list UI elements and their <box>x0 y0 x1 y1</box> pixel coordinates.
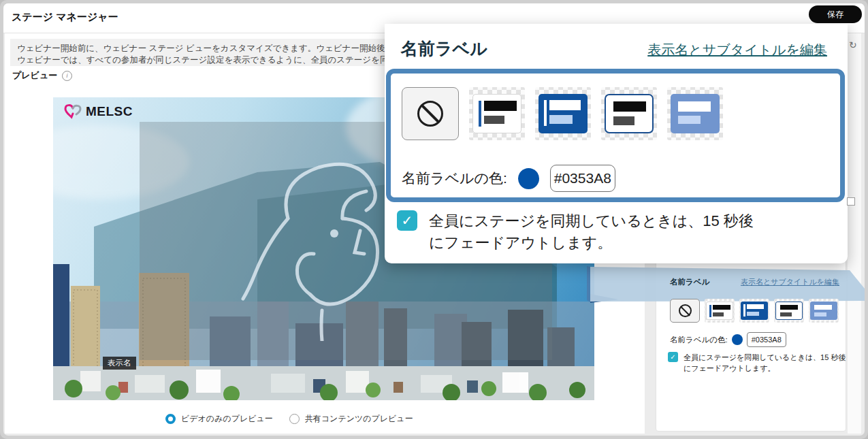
callout-highlight-box: 名前ラベルの色: #0353A8 <box>386 69 845 202</box>
color-swatch[interactable] <box>518 168 539 189</box>
stage-manager-page: ステージ マネージャー 保存 ウェビナー開始前に、ウェビナー ステージ ビューを… <box>3 3 865 436</box>
name-label-header: 名前ラベル 表示名とサブタイトルを編集 <box>670 277 839 287</box>
save-button[interactable]: 保存 <box>809 5 862 23</box>
no-label-icon <box>417 101 443 127</box>
preview-section-label: プレビュー <box>12 69 57 82</box>
label-style-plain-medium[interactable] <box>667 87 723 140</box>
brand-logo: MELSC <box>64 103 133 120</box>
label-style-plain-light[interactable] <box>774 299 804 323</box>
name-label-section: 名前ラベル 表示名とサブタイトルを編集 名前ラベルの色: #0353A8 ✓ 全… <box>656 269 845 432</box>
radio-video-only[interactable] <box>165 414 176 424</box>
fadeout-option-large: ✓ 全員にステージを同期しているときは、15 秒後 にフェードアウトします。 <box>397 210 754 254</box>
label-style-none[interactable] <box>670 299 700 323</box>
label-style-left-bar-dark[interactable] <box>739 299 769 323</box>
info-icon[interactable]: i <box>62 71 72 81</box>
label-style-left-bar-dark[interactable] <box>535 87 591 140</box>
label-color-caption: 名前ラベルの色: <box>670 335 728 345</box>
label-color-caption: 名前ラベルの色: <box>402 169 507 188</box>
label-color-row: 名前ラベルの色: #0353A8 <box>670 332 786 347</box>
fadeout-checkbox[interactable]: ✓ <box>397 210 417 231</box>
preview-mode-radios: ビデオのみのプレビュー 共有コンテンツのプレビュー <box>165 413 413 425</box>
brand-logo-text: MELSC <box>86 104 133 119</box>
annotation-handle <box>847 197 855 206</box>
edit-display-name-link-large[interactable]: 表示名とサブタイトルを編集 <box>647 41 827 59</box>
label-style-left-bar-light[interactable] <box>705 299 735 323</box>
popup-title: 名前ラベル <box>401 37 487 60</box>
no-label-icon <box>679 304 692 317</box>
app-window: ステージ マネージャー 保存 ウェビナー開始前に、ウェビナー ステージ ビューを… <box>0 0 868 439</box>
name-label-title: 名前ラベル <box>670 277 709 287</box>
fadeout-text-line1: 全員にステージを同期しているときは、15 秒後 <box>429 210 754 232</box>
label-style-none[interactable] <box>402 87 459 140</box>
label-style-plain-light[interactable] <box>601 87 657 140</box>
avatar-sketch <box>240 150 404 341</box>
color-hex-input[interactable]: #0353A8 <box>550 165 615 192</box>
name-label-popup: 名前ラベル 表示名とサブタイトルを編集 名前ラベルの色: #0353A8 <box>385 24 848 263</box>
color-swatch[interactable] <box>732 334 743 345</box>
fadeout-option: ✓ 全員にステージを同期しているときは、15 秒後 にフェードアウトします。 <box>668 352 846 374</box>
radio-video-only-label[interactable]: ビデオのみのプレビュー <box>181 413 273 425</box>
radio-shared-content[interactable] <box>289 414 300 424</box>
page-title: ステージ マネージャー <box>12 11 118 24</box>
label-style-plain-medium[interactable] <box>809 299 839 323</box>
color-hex-input[interactable]: #0353A8 <box>747 332 786 347</box>
edit-display-name-link[interactable]: 表示名とサブタイトルを編集 <box>741 277 839 287</box>
fadeout-text-line1: 全員にステージを同期しているときは、15 秒後 <box>684 352 846 363</box>
heart-logo-icon <box>64 103 82 120</box>
fadeout-text-line2: にフェードアウトします。 <box>429 232 754 254</box>
label-style-options <box>670 299 839 323</box>
fadeout-text-line2: にフェードアウトします。 <box>684 363 846 374</box>
label-style-options-large <box>402 87 723 140</box>
popup-header: 名前ラベル 表示名とサブタイトルを編集 <box>401 37 827 60</box>
display-name-tag: 表示名 <box>103 357 136 370</box>
refresh-icon[interactable]: ↻ <box>849 39 857 50</box>
label-style-left-bar-light[interactable] <box>469 87 525 140</box>
fadeout-text: 全員にステージを同期しているときは、15 秒後 にフェードアウトします。 <box>684 352 846 374</box>
radio-shared-content-label[interactable]: 共有コンテンツのプレビュー <box>305 413 413 425</box>
scroll-strip: ↻ <box>848 33 861 434</box>
fadeout-text: 全員にステージを同期しているときは、15 秒後 にフェードアウトします。 <box>429 210 754 254</box>
fadeout-checkbox[interactable]: ✓ <box>668 352 678 362</box>
label-color-row-large: 名前ラベルの色: #0353A8 <box>402 165 615 192</box>
